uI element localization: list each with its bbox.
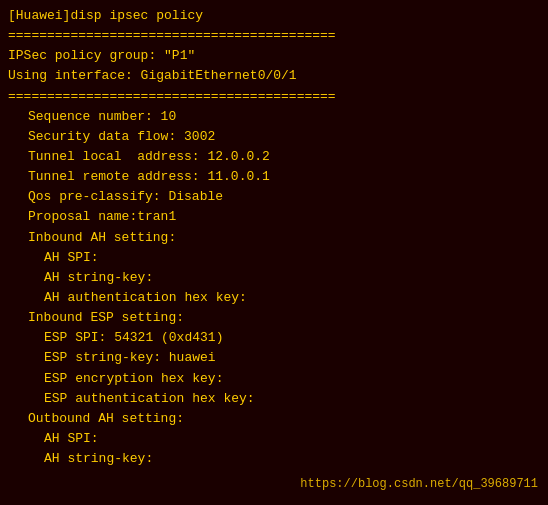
terminal-line: AH SPI: — [8, 429, 540, 449]
watermark: https://blog.csdn.net/qq_39689711 — [300, 477, 538, 491]
terminal-line: Security data flow: 3002 — [8, 127, 540, 147]
terminal-line: Sequence number: 10 — [8, 107, 540, 127]
command-line: [Huawei]disp ipsec policy — [8, 6, 540, 26]
using-interface-line: Using interface: GigabitEthernet0/0/1 — [8, 66, 540, 86]
terminal-line: AH string-key: — [8, 449, 540, 469]
terminal-line: Qos pre-classify: Disable — [8, 187, 540, 207]
terminal-line: AH authentication hex key: — [8, 288, 540, 308]
terminal-line: AH SPI: — [8, 248, 540, 268]
terminal-line: Tunnel local address: 12.0.0.2 — [8, 147, 540, 167]
terminal-line: ESP string-key: huawei — [8, 348, 540, 368]
divider-top: ========================================… — [8, 26, 540, 46]
terminal-line: Outbound AH setting: — [8, 409, 540, 429]
terminal-line: ESP encryption hex key: — [8, 369, 540, 389]
terminal-line: Tunnel remote address: 11.0.0.1 — [8, 167, 540, 187]
divider-bottom: ========================================… — [8, 87, 540, 107]
output-lines: Sequence number: 10Security data flow: 3… — [8, 107, 540, 470]
terminal-window: [Huawei]disp ipsec policy ==============… — [0, 0, 548, 505]
terminal-line: ESP SPI: 54321 (0xd431) — [8, 328, 540, 348]
terminal-line: Inbound AH setting: — [8, 228, 540, 248]
terminal-line: AH string-key: — [8, 268, 540, 288]
terminal-line: ESP authentication hex key: — [8, 389, 540, 409]
terminal-line: Proposal name:tran1 — [8, 207, 540, 227]
terminal-line: Inbound ESP setting: — [8, 308, 540, 328]
policy-group-line: IPSec policy group: "P1" — [8, 46, 540, 66]
